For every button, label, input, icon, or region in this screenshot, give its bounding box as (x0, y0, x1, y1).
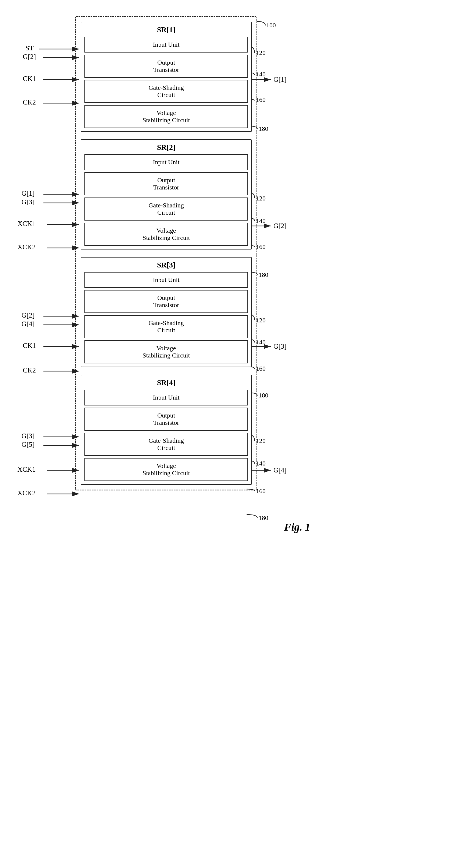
sr4-g5-label: G[5] (22, 440, 35, 448)
sr2-xck2-label: XCK2 (18, 243, 36, 251)
sr4-num140: 140 (256, 460, 265, 467)
sr3-output-transistor: OutputTransistor (85, 290, 248, 313)
sr3-num140: 140 (256, 339, 265, 346)
sr3-voltage-stabilizing: VoltageStabilizing Circuit (85, 340, 248, 363)
outer-num100: 100 (266, 22, 276, 29)
sr1-voltage-stabilizing: VoltageStabilizing Circuit (85, 105, 248, 128)
sr3-g3-out: G[3] (273, 342, 286, 350)
sr2-output-transistor: OutputTransistor (85, 172, 248, 195)
sr4-gate-shading: Gate-ShadingCircuit (85, 433, 248, 456)
sr1-num180: 180 (259, 125, 268, 132)
sr1-st-label: ST (26, 44, 33, 52)
outer-dashed-box: SR[1] Input Unit OutputTransistor Gate-S… (75, 16, 257, 490)
sr3-num160: 160 (256, 365, 265, 372)
sr2-title: SR[2] (85, 143, 248, 152)
sr4-xck1-label: XCK1 (18, 465, 36, 473)
sr4-xck2-label: XCK2 (18, 489, 36, 497)
sr1-gate-shading: Gate-ShadingCircuit (85, 80, 248, 103)
sr2-num160: 160 (256, 243, 265, 250)
sr2-g1-label: G[1] (22, 189, 35, 197)
sr3-input-unit: Input Unit (85, 272, 248, 288)
sr4-g4-out: G[4] (273, 466, 286, 474)
sr1-num160: 160 (256, 96, 265, 103)
sr1-ck2-label: CK2 (23, 98, 36, 106)
sr4-voltage-stabilizing: VoltageStabilizing Circuit (85, 458, 248, 481)
sr1-num120: 120 (256, 49, 265, 56)
sr2-g2-out: G[2] (273, 222, 286, 230)
sr2-gate-shading: Gate-ShadingCircuit (85, 197, 248, 221)
sr4-g3-label: G[3] (22, 432, 35, 440)
sr4-num160: 160 (256, 488, 265, 494)
page-container: ST G[2] CK1 CK2 120 140 G[1] 160 180 100 (0, 0, 472, 868)
sr2-input-unit: Input Unit (85, 154, 248, 170)
sr4-title: SR[4] (85, 378, 248, 387)
sr2-voltage-stabilizing: VoltageStabilizing Circuit (85, 223, 248, 246)
sr4-num180: 180 (259, 514, 268, 521)
sr3-title: SR[3] (85, 261, 248, 269)
sr1-g1-out: G[1] (273, 75, 286, 83)
sr2-g3-label: G[3] (22, 198, 35, 206)
sr2-num140: 140 (256, 217, 265, 224)
sr3-g2-label: G[2] (22, 311, 35, 319)
sr2-block: SR[2] Input Unit OutputTransistor Gate-S… (81, 140, 252, 249)
sr1-ck1-label: CK1 (23, 75, 36, 83)
sr1-title: SR[1] (85, 26, 248, 34)
sr2-num120: 120 (256, 195, 265, 202)
sr4-block: SR[4] Input Unit OutputTransistor Gate-S… (81, 375, 252, 485)
sr4-output-transistor: OutputTransistor (85, 408, 248, 431)
sr4-num120: 120 (256, 437, 265, 444)
sr1-num140: 140 (256, 71, 265, 78)
sr1-g2-label: G[2] (23, 53, 36, 61)
sr1-block: SR[1] Input Unit OutputTransistor Gate-S… (81, 22, 252, 132)
sr2-num180: 180 (259, 271, 268, 278)
sr4-input-unit: Input Unit (85, 390, 248, 405)
sr3-ck1-label: CK1 (23, 342, 36, 349)
sr3-num120: 120 (256, 317, 265, 324)
sr1-input-unit: Input Unit (85, 37, 248, 53)
sr1-output-transistor: OutputTransistor (85, 55, 248, 78)
fig-label: Fig. 1 (284, 521, 310, 533)
sr3-block: SR[3] Input Unit OutputTransistor Gate-S… (81, 257, 252, 367)
sr3-num180: 180 (259, 392, 268, 399)
sr3-g4-label: G[4] (22, 320, 35, 328)
sr2-xck1-label: XCK1 (18, 220, 36, 227)
sr3-gate-shading: Gate-ShadingCircuit (85, 315, 248, 338)
sr3-ck2-label: CK2 (23, 366, 36, 374)
